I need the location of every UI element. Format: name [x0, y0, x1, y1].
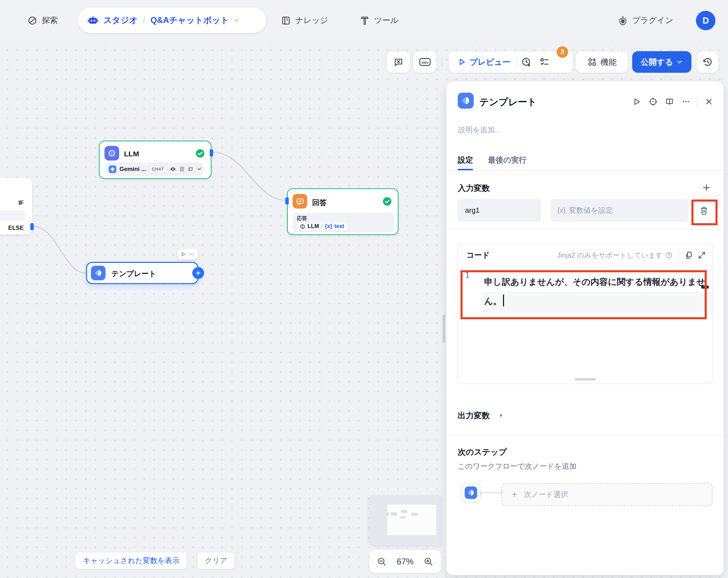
vision-eye-icon: [170, 164, 176, 174]
node-settings-panel: テンプレート 説明を追加... 設: [446, 81, 724, 575]
next-step-heading: 次のステップ: [458, 447, 507, 458]
show-cached-variables-label: キャッシュされた変数を表示: [83, 556, 179, 565]
else-output-handle[interactable]: [30, 223, 34, 230]
zoom-in-icon[interactable]: [424, 557, 433, 567]
code-header-divider: [678, 251, 679, 260]
code-scrollbar-thumb[interactable]: [701, 286, 709, 289]
text-cursor: [503, 295, 504, 306]
run-node-icon[interactable]: [180, 251, 186, 257]
app-window: 探索 スタジオ / Q&Aチャットボット: [0, 0, 728, 578]
help-circle-icon[interactable]: [665, 251, 673, 259]
template-panel-icon: [458, 93, 474, 109]
llm-node-title: LLM: [124, 150, 139, 158]
llm-model-pill[interactable]: Gemini ... CHAT: [106, 162, 203, 176]
section-divider: [446, 170, 724, 171]
answer-variable-ref[interactable]: LLM / {x} text: [297, 222, 347, 230]
node-llm[interactable]: LLM Gemini ... CHAT: [99, 141, 211, 179]
code-hint-text: Jinja2 のみをサポートしています: [557, 251, 663, 260]
more-icon[interactable]: [681, 96, 691, 107]
copy-icon[interactable]: [684, 251, 694, 260]
run-this-step-icon[interactable]: [632, 96, 642, 107]
if-condition-pill: [0, 210, 25, 221]
variable-x-icon: {x}: [325, 223, 332, 229]
ref-separator: /: [321, 223, 323, 229]
plus-icon: [511, 491, 518, 498]
llm-mini-icon: [300, 224, 305, 229]
node-answer[interactable]: 回答 応答 LLM / {x} text: [287, 188, 398, 235]
answer-node-title: 回答: [312, 198, 327, 208]
panel-scrollbar-thumb[interactable]: [443, 314, 445, 343]
success-check-icon: [195, 148, 205, 158]
code-heading: コード: [466, 250, 490, 260]
next-step-subtitle: このワークフローで次ノードを追加: [458, 461, 576, 471]
minimap-viewport[interactable]: [387, 505, 436, 535]
expand-icon[interactable]: [698, 251, 706, 259]
code-hint: Jinja2 のみをサポートしています: [557, 251, 673, 260]
minimap-node: [411, 513, 418, 516]
collapse-caret-icon[interactable]: [498, 413, 504, 418]
template-node-icon: [91, 266, 106, 280]
focus-node-icon[interactable]: [648, 96, 658, 107]
section-divider: [446, 229, 724, 229]
zoom-out-icon[interactable]: [377, 557, 387, 567]
node-template-selected[interactable]: テンプレート: [86, 262, 199, 284]
input-variables-heading: 入力変数: [458, 183, 490, 194]
panel-title: テンプレート: [479, 96, 537, 108]
ref-node-name: LLM: [308, 223, 319, 229]
variable-value-field[interactable]: {x} 変数値を設定: [550, 199, 688, 222]
node-if-else[interactable]: IF ELSE: [0, 178, 32, 234]
code-editor[interactable]: コード Jinja2 のみをサポートしています 1 申し訳ありませんが、その内容…: [457, 244, 713, 384]
ref-variable-name: text: [334, 223, 344, 229]
node-hover-toolbar[interactable]: [178, 249, 198, 259]
current-node-chip: [461, 483, 481, 502]
if-branch-label: IF: [18, 200, 24, 206]
else-branch-label: ELSE: [8, 225, 24, 232]
success-check-icon: [382, 196, 392, 206]
video-icon: [188, 164, 194, 174]
description-placeholder[interactable]: 説明を追加...: [458, 125, 501, 135]
show-cached-variables-button[interactable]: キャッシュされた変数を表示: [75, 552, 187, 569]
tab-settings[interactable]: 設定: [458, 155, 473, 165]
zoom-level: 67%: [397, 557, 413, 567]
minimap-node: [391, 512, 397, 516]
gemini-icon: [108, 165, 117, 173]
answer-response-section: 応答 LLM / {x} text: [293, 213, 394, 232]
variable-x-icon: {x}: [557, 206, 565, 214]
select-next-node-button[interactable]: 次ノード選択: [502, 483, 713, 506]
minimap-node: [386, 513, 389, 516]
template-node-icon: [465, 486, 477, 499]
llm-node-icon: [104, 146, 119, 161]
llm-mode-badge: CHAT: [149, 165, 167, 173]
add-next-node-button[interactable]: [192, 267, 204, 279]
section-divider: [446, 435, 724, 436]
minimap[interactable]: [369, 496, 441, 545]
clear-label: クリア: [205, 556, 227, 565]
code-resize-handle[interactable]: [575, 378, 596, 381]
variable-name: arg1: [465, 206, 480, 214]
delete-variable-button[interactable]: [698, 205, 710, 217]
tab-last-run[interactable]: 最後の実行: [488, 155, 527, 165]
template-node-title: テンプレート: [111, 269, 156, 279]
clear-button[interactable]: クリア: [198, 552, 234, 569]
docs-icon[interactable]: [664, 96, 675, 107]
zoom-control: 67%: [369, 550, 441, 573]
code-text: 申し訳ありませんが、その内容に関する情報がありません。: [484, 277, 705, 306]
minimap-node: [400, 516, 406, 518]
minimap-node: [401, 510, 407, 513]
line-number: 1: [465, 271, 470, 280]
header-divider: [697, 97, 698, 106]
variable-value-placeholder: 変数値を設定: [569, 205, 613, 215]
answer-response-label: 応答: [297, 215, 390, 222]
add-variable-button[interactable]: [702, 183, 711, 193]
more-icon[interactable]: [189, 251, 195, 257]
llm-output-handle[interactable]: [210, 149, 213, 156]
close-icon[interactable]: [704, 96, 714, 107]
llm-model-name: Gemini ...: [119, 166, 146, 173]
connector-line: [481, 492, 502, 493]
variable-name-field[interactable]: arg1: [457, 199, 541, 222]
code-content[interactable]: 申し訳ありませんが、その内容に関する情報がありません。: [484, 272, 708, 311]
code-editor-header: コード Jinja2 のみをサポートしています: [457, 244, 713, 267]
document-icon: [179, 164, 185, 174]
select-next-node-label: 次ノード選択: [524, 490, 568, 499]
answer-input-handle[interactable]: [285, 197, 289, 204]
